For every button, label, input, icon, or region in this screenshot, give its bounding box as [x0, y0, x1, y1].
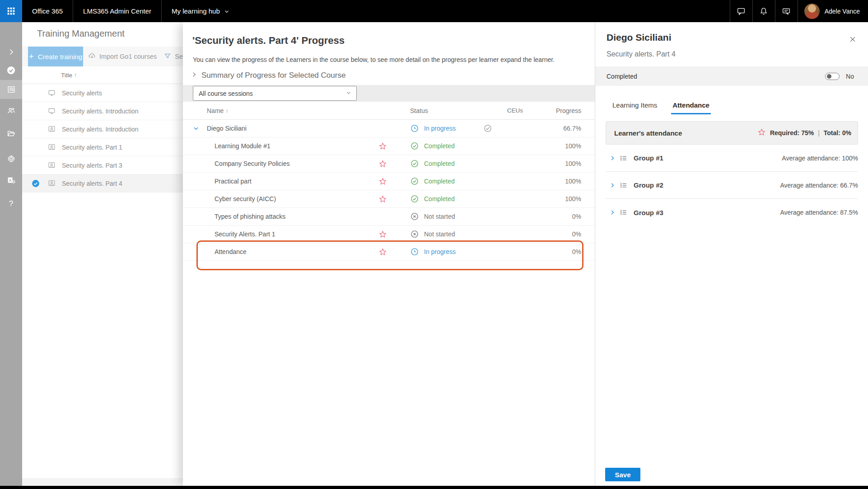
- completed-toggle[interactable]: No: [825, 73, 854, 80]
- name-column-header[interactable]: Name↑: [207, 107, 362, 114]
- learning-item-name: Attendance: [207, 248, 362, 255]
- group-average-attendance: Average attendance: 100%: [782, 155, 858, 162]
- progress-column-header[interactable]: Progress: [534, 107, 583, 114]
- learning-item-name: Types of phishing attacks: [207, 213, 362, 220]
- learning-item-name: Learning Module #1: [207, 142, 362, 150]
- my-learning-hub-menu[interactable]: My learning hub: [162, 0, 240, 22]
- toggle-value: No: [846, 73, 854, 80]
- funnel-icon: [163, 52, 172, 61]
- star-icon: [362, 177, 403, 186]
- feedback-icon[interactable]: [775, 0, 798, 22]
- ceus-column-header[interactable]: CEUs: [480, 107, 534, 114]
- selected-check-icon[interactable]: [31, 179, 40, 190]
- import-go1-courses-button[interactable]: Import Go1 courses: [88, 52, 157, 61]
- training-title: Security alerts. Part 4: [62, 180, 122, 187]
- tab-learning-items[interactable]: Learning Items: [611, 101, 658, 114]
- status-label: In progress: [424, 248, 456, 255]
- progress-table-row[interactable]: Types of phishing attacksNot started0%: [183, 208, 595, 226]
- star-icon: [362, 230, 403, 239]
- gear-icon[interactable]: [0, 149, 22, 168]
- user-menu[interactable]: Adele Vance: [798, 0, 868, 22]
- course-progress-dialog: 'Security alerts. Part 4' Progress You c…: [183, 22, 595, 486]
- check-circle-icon: [410, 194, 419, 203]
- plus-icon: +: [29, 52, 34, 61]
- sidebar-item-training[interactable]: Security alerts. Introduction: [22, 102, 183, 120]
- chevron-right-icon[interactable]: [606, 154, 619, 162]
- group-average-attendance: Average attendance: 66.7%: [780, 182, 858, 189]
- sidebar-item-training[interactable]: Security alerts. Part 1: [22, 138, 183, 156]
- progress-table: Diego SicilianiIn progress66.7%Learning …: [183, 120, 595, 261]
- toggle-knob: [827, 74, 831, 79]
- folder-icon[interactable]: [0, 124, 22, 143]
- progress-table-row[interactable]: Company Security PoliciesCompleted100%: [183, 155, 595, 173]
- status-label: In progress: [424, 125, 456, 132]
- group-name: Group #3: [634, 209, 780, 216]
- progress-table-row[interactable]: Diego SicilianiIn progress66.7%: [183, 120, 595, 137]
- status-column-header[interactable]: Status: [403, 107, 480, 114]
- group-name: Group #1: [634, 154, 782, 162]
- close-icon[interactable]: [847, 34, 858, 45]
- status-cell: Completed: [403, 159, 480, 168]
- chevron-right-icon[interactable]: [606, 181, 619, 189]
- group-list-icon: [619, 154, 634, 163]
- person-frame-icon: [47, 161, 56, 169]
- title-column-header[interactable]: Title ↑: [22, 66, 183, 84]
- sidebar-item-training[interactable]: Security alerts. Part 3: [22, 156, 183, 174]
- chat-icon[interactable]: [730, 0, 752, 22]
- progress-table-row[interactable]: Practical partCompleted100%: [183, 173, 595, 190]
- summary-expander[interactable]: Summary of Progress for Selected Course: [191, 71, 345, 80]
- translate-app-icon[interactable]: A: [0, 171, 22, 190]
- training-title: Security alerts. Part 3: [62, 162, 122, 169]
- course-sessions-dropdown[interactable]: All course sessions: [193, 86, 357, 101]
- admin-center-title[interactable]: LMS365 Admin Center: [73, 0, 161, 22]
- status-label: Not started: [424, 230, 455, 238]
- divider: |: [818, 129, 820, 136]
- check-circle-icon: [410, 141, 419, 150]
- check-circle-icon[interactable]: [0, 61, 22, 80]
- toggle-switch[interactable]: [825, 73, 840, 80]
- monitor-icon: [47, 89, 56, 97]
- progress-table-row[interactable]: Cyber security (AICC)Completed100%: [183, 190, 595, 208]
- training-title: Security alerts. Introduction: [62, 126, 139, 133]
- expand-rail-icon[interactable]: [0, 42, 22, 61]
- group-list-icon: [619, 181, 634, 190]
- status-cell: Not started: [403, 230, 480, 239]
- people-icon[interactable]: [0, 101, 22, 120]
- create-training-button[interactable]: + Create training: [28, 47, 83, 66]
- ceu-check-icon: [480, 124, 534, 133]
- sidebar-item-training[interactable]: Security alerts: [22, 84, 183, 102]
- attendance-groups-list: Group #1Average attendance: 100%Group #2…: [606, 145, 858, 226]
- sidebar-item-training[interactable]: Security alerts. Part 4: [22, 174, 183, 193]
- progress-table-row[interactable]: Security Alerts. Part 1Not started0%: [183, 226, 595, 243]
- attendance-group-row[interactable]: Group #3Average attendance: 87.5%: [606, 199, 858, 226]
- help-icon[interactable]: ?: [0, 194, 22, 213]
- progress-table-row[interactable]: Learning Module #1Completed100%: [183, 137, 595, 155]
- topbar-actions: Adele Vance: [730, 0, 868, 22]
- progress-value: 100%: [534, 142, 583, 150]
- attendance-group-row[interactable]: Group #1Average attendance: 100%: [606, 145, 858, 172]
- training-list-icon[interactable]: [0, 80, 22, 99]
- avatar[interactable]: [804, 4, 820, 19]
- save-button[interactable]: Save: [605, 468, 640, 481]
- status-label: Not started: [424, 213, 455, 220]
- required-value: Required: 75%: [770, 129, 814, 136]
- filter-button[interactable]: Se: [163, 52, 183, 61]
- status-cell: Completed: [403, 177, 480, 186]
- chevron-down-icon[interactable]: [192, 124, 207, 132]
- star-icon: [362, 195, 403, 203]
- progress-table-row[interactable]: AttendanceIn progress0%: [183, 243, 595, 261]
- bell-icon[interactable]: [753, 0, 775, 22]
- chevron-right-icon[interactable]: [606, 208, 619, 216]
- attendance-group-row[interactable]: Group #2Average attendance: 66.7%: [606, 172, 858, 199]
- tab-attendance[interactable]: Attendance: [671, 101, 711, 114]
- sidebar-item-training[interactable]: Security alerts. Introduction: [22, 120, 183, 138]
- chevron-right-icon: [191, 71, 198, 80]
- progress-table-header: Name↑ Status CEUs Progress: [183, 102, 595, 120]
- training-title: Security alerts. Introduction: [62, 108, 139, 115]
- sidebar-footer-strip: [22, 478, 183, 486]
- dialog-title: 'Security alerts. Part 4' Progress: [192, 35, 345, 47]
- app-launcher-icon[interactable]: [0, 0, 22, 22]
- office-brand[interactable]: Office 365: [22, 0, 73, 22]
- group-name: Group #2: [634, 181, 780, 189]
- progress-value: 0%: [534, 213, 583, 220]
